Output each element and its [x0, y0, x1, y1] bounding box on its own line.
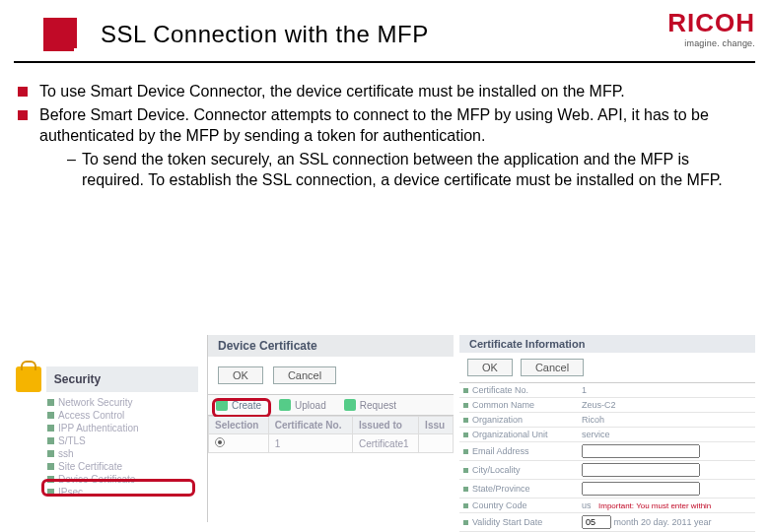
col-issued-to: Issued to [352, 417, 418, 434]
sub-bullet-1-text: To send the token securely, an SSL conne… [82, 149, 734, 191]
sidebar-item[interactable]: IPP Authentication [47, 422, 201, 434]
upload-icon [279, 399, 291, 411]
table-row[interactable]: 1 Certificate1 [209, 434, 454, 453]
highlight-ring-icon [212, 398, 271, 418]
lock-icon [16, 366, 41, 392]
request-icon [344, 399, 356, 411]
ok-button[interactable]: OK [218, 366, 263, 384]
email-field[interactable] [582, 444, 700, 458]
highlight-ring-icon [41, 479, 195, 497]
bullet-2-text: Before Smart Device. Connector attempts … [39, 104, 734, 147]
bullet-2: Before Smart Device. Connector attempts … [35, 104, 734, 147]
sidebar-item[interactable]: Network Security [47, 396, 201, 409]
square-bullet-icon [18, 110, 28, 120]
validity-start-date[interactable]: month 20 day. 2011 year [578, 513, 755, 532]
cancel-button[interactable]: Cancel [521, 359, 584, 376]
screenshot-strip: Security Network Security Access Control… [14, 335, 755, 522]
dash-icon: – [67, 149, 76, 170]
panel-title: Device Certificate [208, 335, 454, 357]
sidebar-item[interactable]: Access Control [47, 409, 201, 422]
security-panel-screenshot: Security Network Security Access Control… [14, 335, 201, 522]
month-field[interactable] [582, 515, 611, 529]
request-button[interactable]: Request [344, 399, 396, 411]
certificate-table: Selection Certificate No. Issued to Issu… [208, 416, 454, 453]
col-issuer: Issu [419, 417, 454, 434]
radio-selected-icon[interactable] [215, 437, 225, 447]
brand-tagline: imagine. change. [667, 38, 755, 48]
certificate-info-screenshot: Certificate Information OK Cancel Certif… [459, 335, 755, 522]
device-certificate-screenshot: Device Certificate OK Cancel Create Uplo… [207, 335, 454, 522]
upload-button[interactable]: Upload [279, 399, 326, 411]
sidebar-item[interactable]: Site Certificate [47, 460, 201, 473]
bullet-1: To use Smart Device Connector, the devic… [35, 81, 734, 102]
col-cert-no: Certificate No. [268, 417, 352, 434]
cert-info-table: Certificate No.1 Common NameZeus-C2 Orga… [459, 383, 755, 532]
slide-header: SSL Connection with the MFP RICOH imagin… [14, 0, 755, 63]
slide-title: SSL Connection with the MFP [101, 21, 429, 48]
panel-title: Certificate Information [459, 335, 755, 353]
col-selection: Selection [209, 417, 269, 434]
bullet-1-text: To use Smart Device Connector, the devic… [39, 81, 625, 102]
ricoh-logo: RICOH [667, 8, 755, 38]
sidebar-item[interactable]: S/TLS [47, 434, 201, 447]
city-field[interactable] [582, 463, 700, 477]
security-header: Security [46, 366, 198, 392]
state-field[interactable] [582, 482, 700, 496]
sub-bullet-1: – To send the token securely, an SSL con… [35, 149, 734, 191]
brand-block: RICOH imagine. change. [667, 8, 755, 48]
bullet-square-icon [43, 18, 77, 51]
sidebar-item[interactable]: ssh [47, 447, 201, 460]
body-text: To use Smart Device Connector, the devic… [0, 63, 769, 191]
square-bullet-icon [18, 87, 28, 97]
ok-button[interactable]: OK [467, 359, 513, 376]
cancel-button[interactable]: Cancel [273, 366, 336, 384]
